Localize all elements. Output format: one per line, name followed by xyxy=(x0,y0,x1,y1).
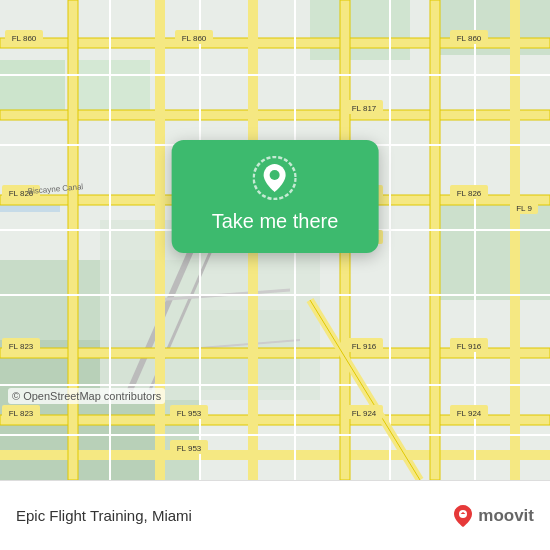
svg-text:FL 817: FL 817 xyxy=(352,104,377,113)
svg-text:FL 860: FL 860 xyxy=(182,34,207,43)
bottom-info-bar: Epic Flight Training, Miami moovit xyxy=(0,480,550,550)
svg-text:FL 916: FL 916 xyxy=(457,342,482,351)
moovit-pin-icon xyxy=(450,503,476,529)
svg-text:FL 953: FL 953 xyxy=(177,444,202,453)
svg-text:FL 860: FL 860 xyxy=(457,34,482,43)
svg-text:FL 826: FL 826 xyxy=(457,189,482,198)
take-me-there-label: Take me there xyxy=(212,210,339,233)
place-name: Epic Flight Training, Miami xyxy=(16,507,192,524)
map-attribution: © OpenStreetMap contributors xyxy=(8,388,165,404)
svg-text:FL 823: FL 823 xyxy=(9,342,34,351)
svg-text:FL 916: FL 916 xyxy=(352,342,377,351)
map-view: FL 860 FL 860 FL 860 FL 826 FL 826 FL 81… xyxy=(0,0,550,480)
svg-rect-35 xyxy=(510,0,520,480)
svg-text:FL 860: FL 860 xyxy=(12,34,37,43)
svg-text:FL 823: FL 823 xyxy=(9,409,34,418)
svg-rect-29 xyxy=(155,0,165,480)
svg-rect-18 xyxy=(0,110,550,120)
svg-text:FL 953: FL 953 xyxy=(177,409,202,418)
take-me-there-card[interactable]: Take me there xyxy=(172,140,379,253)
svg-text:FL 924: FL 924 xyxy=(352,409,377,418)
svg-rect-27 xyxy=(68,0,78,480)
svg-rect-7 xyxy=(440,200,550,300)
svg-rect-9 xyxy=(0,60,65,115)
svg-rect-26 xyxy=(0,450,550,460)
location-pin-icon xyxy=(253,156,297,200)
svg-text:FL 924: FL 924 xyxy=(457,409,482,418)
svg-rect-33 xyxy=(430,0,440,480)
moovit-logo: moovit xyxy=(450,503,534,529)
svg-text:FL 9: FL 9 xyxy=(516,204,532,213)
svg-point-85 xyxy=(270,170,280,180)
svg-rect-5 xyxy=(310,0,410,60)
moovit-brand-text: moovit xyxy=(478,506,534,526)
